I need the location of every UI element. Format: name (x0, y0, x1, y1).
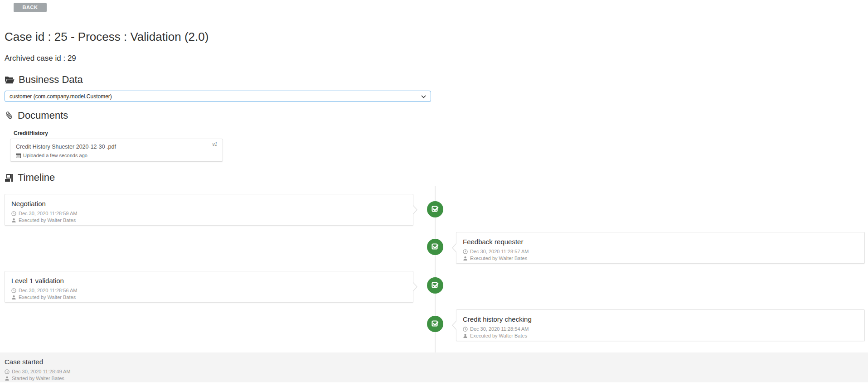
timeline-entry-timestamp: Dec 30, 2020 11:28:56 AM (11, 288, 407, 293)
page-title: Case id : 25 - Process : Validation (2.0… (5, 30, 209, 44)
user-icon (463, 333, 468, 338)
timeline-entry-actor: Executed by Walter Bates (463, 256, 858, 261)
document-card: Credit History Shuester 2020-12-30 .pdf … (10, 139, 223, 162)
user-icon (11, 295, 16, 300)
timeline-entry-timestamp: Dec 30, 2020 11:28:54 AM (463, 326, 858, 332)
clock-icon (463, 327, 468, 332)
back-button[interactable]: BACK (14, 3, 47, 12)
timeline-entry-timestamp: Dec 30, 2020 11:28:57 AM (463, 249, 858, 254)
status-done-icon (427, 239, 443, 255)
actor-text: Started by Walter Bates (12, 376, 64, 381)
business-data-selected-option: customer (com.company.model.Customer) (10, 93, 421, 100)
timeline-entry-credit-history-checking: Credit history checking Dec 30, 2020 11:… (456, 309, 865, 341)
business-data-heading-label: Business Data (19, 74, 83, 86)
timestamp-text: Dec 30, 2020 11:28:56 AM (19, 288, 77, 293)
archived-case-id: Archived case id : 29 (5, 54, 76, 63)
timestamp-text: Dec 30, 2020 11:28:57 AM (470, 249, 529, 254)
calendar-icon (16, 153, 21, 158)
actor-text: Executed by Walter Bates (19, 217, 76, 223)
document-uploaded-row: Uploaded a few seconds ago (16, 153, 87, 158)
timeline-heading: Timeline (5, 172, 55, 183)
timeline-entry-title: Level 1 validation (11, 277, 407, 285)
chevron-down-icon (421, 93, 426, 100)
timeline-entry-feedback-requester: Feedback requester Dec 30, 2020 11:28:57… (456, 232, 865, 264)
timeline-heading-label: Timeline (18, 172, 55, 183)
case-details-page: BACK Case id : 25 - Process : Validation… (0, 0, 868, 386)
business-data-select[interactable]: customer (com.company.model.Customer) (5, 91, 431, 102)
actor-text: Executed by Walter Bates (470, 256, 527, 261)
case-started-timestamp: Dec 30, 2020 11:28:49 AM (5, 369, 868, 374)
business-data-heading: Business Data (5, 74, 83, 86)
status-done-icon (427, 316, 443, 332)
status-done-icon (427, 201, 443, 217)
clock-icon (463, 249, 468, 254)
clock-icon (11, 211, 16, 216)
user-icon (5, 376, 10, 381)
timeline-entry-timestamp: Dec 30, 2020 11:28:59 AM (11, 211, 407, 216)
case-started-actor: Started by Walter Bates (5, 376, 868, 381)
timestamp-text: Dec 30, 2020 11:28:54 AM (470, 326, 529, 332)
documents-heading: Documents (5, 110, 68, 121)
timeline-entry-title: Feedback requester (463, 238, 858, 246)
timeline-entry-actor: Executed by Walter Bates (11, 217, 407, 223)
document-file-link[interactable]: Credit History Shuester 2020-12-30 .pdf (16, 144, 116, 150)
timeline-entry-title: Negotiation (11, 200, 407, 207)
document-version-badge: v1 (212, 142, 217, 147)
case-started-title: Case started (5, 358, 868, 366)
timeline-chart-icon (5, 174, 14, 182)
timeline-entry-title: Credit history checking (463, 315, 858, 323)
document-uploaded-text: Uploaded a few seconds ago (23, 153, 87, 158)
timeline-entry-negotiation: Negotiation Dec 30, 2020 11:28:59 AM Exe… (5, 194, 413, 226)
timeline-entry-level1-validation: Level 1 validation Dec 30, 2020 11:28:56… (5, 271, 413, 303)
user-icon (11, 218, 16, 223)
clock-icon (11, 288, 16, 293)
timeline-entry-actor: Executed by Walter Bates (463, 333, 858, 338)
timeline-case-started-band: Case started Dec 30, 2020 11:28:49 AM St… (0, 352, 868, 382)
status-done-icon (427, 277, 443, 294)
actor-text: Executed by Walter Bates (470, 333, 527, 338)
timestamp-text: Dec 30, 2020 11:28:59 AM (19, 211, 77, 216)
paperclip-icon (5, 111, 14, 121)
timeline-entry-actor: Executed by Walter Bates (11, 294, 407, 300)
document-name-label: CreditHistory (14, 130, 48, 136)
folder-open-icon (5, 76, 15, 84)
documents-heading-label: Documents (18, 110, 68, 121)
actor-text: Executed by Walter Bates (19, 294, 76, 300)
user-icon (463, 256, 468, 261)
timestamp-text: Dec 30, 2020 11:28:49 AM (12, 369, 70, 374)
clock-icon (5, 369, 10, 374)
